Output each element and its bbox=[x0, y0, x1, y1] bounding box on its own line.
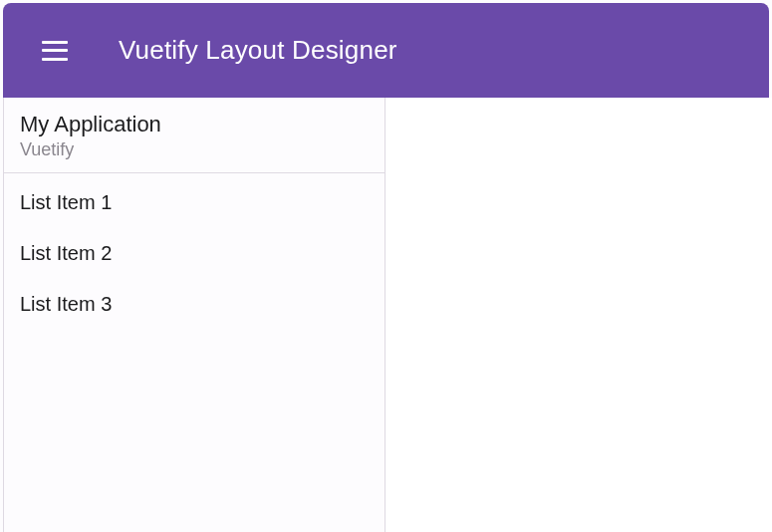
nav-header[interactable]: My Application Vuetify bbox=[4, 98, 385, 173]
list-item[interactable]: List Item 1 bbox=[4, 177, 385, 228]
list-item[interactable]: List Item 3 bbox=[4, 279, 385, 330]
nav-header-subtitle: Vuetify bbox=[20, 139, 369, 160]
list-item-label: List Item 1 bbox=[20, 191, 112, 213]
hamburger-icon bbox=[42, 41, 68, 61]
layout: My Application Vuetify List Item 1 List … bbox=[0, 98, 772, 532]
nav-header-title: My Application bbox=[20, 112, 369, 137]
list-item-label: List Item 2 bbox=[20, 242, 112, 264]
app-title: Vuetify Layout Designer bbox=[119, 35, 397, 66]
main-content bbox=[386, 98, 772, 532]
nav-drawer: My Application Vuetify List Item 1 List … bbox=[3, 98, 386, 532]
app-bar: Vuetify Layout Designer bbox=[3, 3, 769, 98]
nav-list: List Item 1 List Item 2 List Item 3 bbox=[4, 173, 385, 330]
menu-button[interactable] bbox=[35, 31, 75, 71]
list-item[interactable]: List Item 2 bbox=[4, 228, 385, 279]
list-item-label: List Item 3 bbox=[20, 293, 112, 315]
